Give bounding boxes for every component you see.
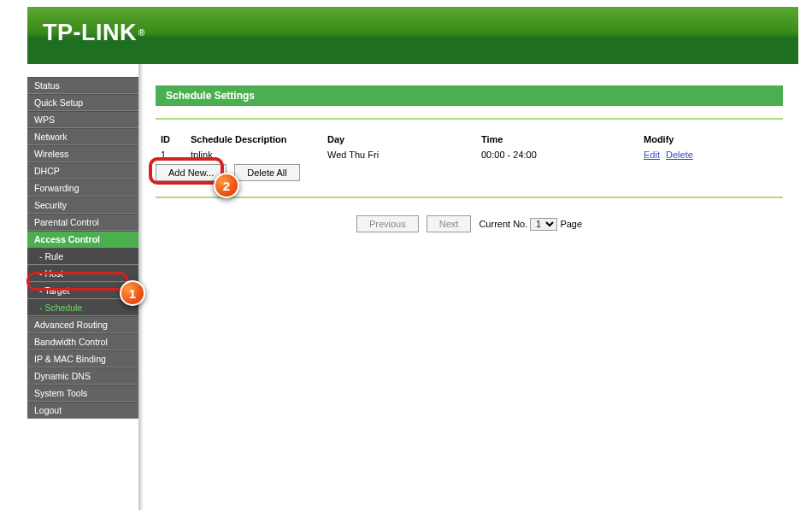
previous-button[interactable]: Previous xyxy=(356,215,419,232)
sidebar-item-access-control[interactable]: Access Control xyxy=(27,231,138,248)
pager: Previous Next Current No. 1 Page xyxy=(156,210,783,232)
panel-title: Schedule Settings xyxy=(156,85,783,106)
table-header-row: ID Schedule Description Day Time Modify xyxy=(156,132,783,147)
sidebar-item--host[interactable]: - Host xyxy=(27,265,138,282)
divider xyxy=(156,197,783,198)
sidebar-item--schedule[interactable]: - Schedule xyxy=(27,299,138,316)
sidebar-item-parental-control[interactable]: Parental Control xyxy=(27,214,138,231)
sidebar-item-dhcp[interactable]: DHCP xyxy=(27,162,138,179)
schedule-table: ID Schedule Description Day Time Modify … xyxy=(156,132,783,162)
sidebar-item-status[interactable]: Status xyxy=(27,77,138,94)
brand-logo: TP-LINK® xyxy=(43,20,783,46)
button-row: Add New... Delete All 2 xyxy=(156,164,783,181)
brand-text: TP-LINK xyxy=(43,20,137,46)
sidebar-item-advanced-routing[interactable]: Advanced Routing xyxy=(27,316,138,333)
table-row: 1 tplink Wed Thu Fri 00:00 - 24:00 Edit … xyxy=(156,147,783,162)
cell-desc: tplink xyxy=(185,147,322,162)
sidebar-item-logout[interactable]: Logout xyxy=(27,402,138,419)
col-time: Time xyxy=(476,132,638,147)
sidebar-item-bandwidth-control[interactable]: Bandwidth Control xyxy=(27,333,138,350)
delete-all-button[interactable]: Delete All xyxy=(234,164,299,181)
header: TP-LINK® xyxy=(27,7,798,64)
sidebar-item-wps[interactable]: WPS xyxy=(27,111,138,128)
pager-label-before: Current No. xyxy=(479,219,527,229)
col-id: ID xyxy=(156,132,185,147)
sidebar-item-wireless[interactable]: Wireless xyxy=(27,145,138,162)
delete-link[interactable]: Delete xyxy=(666,150,693,160)
sidebar-item-forwarding[interactable]: Forwarding xyxy=(27,179,138,197)
sidebar-item-quick-setup[interactable]: Quick Setup xyxy=(27,94,138,111)
cell-day: Wed Thu Fri xyxy=(322,147,476,162)
registered-icon: ® xyxy=(138,28,145,38)
edit-link[interactable]: Edit xyxy=(644,150,660,160)
sidebar-item-dynamic-dns[interactable]: Dynamic DNS xyxy=(27,367,138,385)
next-button[interactable]: Next xyxy=(427,215,472,232)
col-modify: Modify xyxy=(638,132,783,147)
col-desc: Schedule Description xyxy=(185,132,322,147)
pager-label-after: Page xyxy=(560,219,582,229)
callout-2: 2 xyxy=(214,173,239,198)
callout-1: 1 xyxy=(120,280,145,306)
sidebar-item-security[interactable]: Security xyxy=(27,197,138,214)
cell-id: 1 xyxy=(156,147,185,162)
divider xyxy=(156,118,783,120)
sidebar-item--rule[interactable]: - Rule xyxy=(27,248,138,265)
cell-time: 00:00 - 24:00 xyxy=(476,147,638,162)
content-area: Schedule Settings ID Schedule Descriptio… xyxy=(140,64,798,510)
page-select[interactable]: 1 xyxy=(530,218,557,231)
sidebar-item-network[interactable]: Network xyxy=(27,128,138,145)
sidebar-item-ip-mac-binding[interactable]: IP & MAC Binding xyxy=(27,350,138,367)
cell-modify: Edit Delete xyxy=(638,147,783,162)
sidebar-item-system-tools[interactable]: System Tools xyxy=(27,385,138,402)
col-day: Day xyxy=(322,132,476,147)
